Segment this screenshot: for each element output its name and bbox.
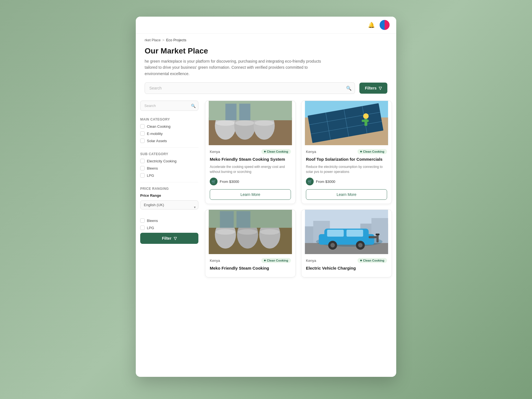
sidebar-item-emobility[interactable]: E-mobility	[140, 131, 198, 136]
main-search-icon-btn[interactable]: 🔍	[346, 86, 352, 91]
product-meta-2: Kenya Clean Cooking	[306, 149, 387, 154]
svg-rect-50	[376, 234, 380, 235]
product-country-2: Kenya	[306, 150, 316, 154]
search-filter-row: 🔍 Filters ▽	[136, 82, 396, 101]
svg-rect-48	[369, 236, 377, 238]
notification-bell-icon[interactable]: 🔔	[366, 20, 376, 30]
filter-funnel-icon: ▽	[379, 86, 382, 90]
filters-label: Filters	[365, 86, 377, 90]
sidebar-item-price-bleens[interactable]: Bleens	[140, 218, 198, 223]
solar-assets-checkbox[interactable]	[140, 139, 145, 143]
svg-point-29	[260, 229, 280, 235]
solar-assets-label: Solar Assets	[147, 139, 167, 143]
price-bleens-checkbox[interactable]	[140, 218, 145, 223]
product-price-row-2: 🛒 From $3000	[306, 178, 387, 185]
product-country-3: Kenya	[210, 259, 220, 263]
sidebar-item-electricity-cooking[interactable]: Electricity Cooking	[140, 159, 198, 163]
svg-rect-43	[347, 230, 363, 237]
product-title-2: Roof Top Solarization for Commercials	[306, 156, 387, 162]
bleens-label: Bleens	[147, 166, 158, 170]
filter-btn-label: Filter	[162, 236, 171, 241]
learn-more-btn-1[interactable]: Learn More	[210, 189, 291, 200]
main-search-input[interactable]	[145, 82, 355, 94]
product-info-4: Kenya Clean Cooking Electric Vehicle Cha…	[301, 254, 392, 277]
product-description-2: Reduce the electricity consumption by co…	[306, 164, 387, 174]
sidebar-item-lpg[interactable]: LPG	[140, 173, 198, 178]
product-badge-2: Clean Cooking	[357, 149, 387, 154]
svg-rect-32	[237, 211, 250, 228]
sidebar-filter-button[interactable]: Filter ▽	[140, 233, 198, 244]
badge-label-2: Clean Cooking	[363, 150, 384, 153]
breadcrumb-parent[interactable]: rket Place	[145, 38, 161, 42]
product-image-1	[205, 101, 295, 145]
svg-point-47	[358, 243, 363, 247]
lpg-checkbox[interactable]	[140, 173, 145, 178]
emobility-label: E-mobility	[147, 132, 163, 136]
product-info-2: Kenya Clean Cooking Roof Top Solarizatio…	[301, 145, 392, 204]
price-range-label: Price Range	[140, 193, 198, 198]
emobility-checkbox[interactable]	[140, 131, 145, 136]
product-card-4: Kenya Clean Cooking Electric Vehicle Cha…	[301, 209, 392, 277]
badge-label-3: Clean Cooking	[267, 259, 288, 262]
price-text-1: From $3000	[220, 180, 239, 184]
product-badge-3: Clean Cooking	[261, 258, 291, 263]
product-image-4	[301, 210, 392, 254]
electricity-cooking-label: Electricity Cooking	[147, 159, 177, 163]
badge-dot-2	[360, 151, 362, 152]
sidebar-search-wrapper: 🔍	[140, 101, 198, 111]
sidebar-item-clean-cooking[interactable]: Clean Cooking	[140, 124, 198, 129]
price-lpg-checkbox[interactable]	[140, 226, 145, 230]
svg-rect-31	[220, 211, 234, 228]
sidebar-item-bleens[interactable]: Bleens	[140, 166, 198, 170]
lpg-label: LPG	[147, 173, 154, 178]
badge-label-4: Clean Cooking	[363, 259, 384, 262]
filters-button[interactable]: Filters ▽	[359, 83, 387, 94]
svg-rect-49	[377, 234, 379, 242]
product-badge-1: Clean Cooking	[261, 149, 291, 154]
price-icon-2: 🛒	[306, 178, 314, 185]
product-card-2: Kenya Clean Cooking Roof Top Solarizatio…	[301, 101, 392, 204]
product-description-1: Accelerate the cooking speed with energy…	[210, 164, 291, 174]
product-card-3: Kenya Clean Cooking Meko Friendly Steam …	[205, 209, 296, 277]
product-info-1: Kenya Clean Cooking Meko Friendly Steam …	[205, 145, 295, 204]
page-description: he green markteplace is your platform fo…	[136, 57, 335, 82]
svg-point-19	[363, 113, 369, 119]
sidebar-divider-2	[140, 182, 198, 182]
sidebar: 🔍 Main Category Clean Cooking E-mobility…	[140, 101, 198, 277]
electricity-cooking-checkbox[interactable]	[140, 159, 145, 163]
breadcrumb-separator: >	[162, 38, 165, 42]
filter-btn-icon: ▽	[174, 236, 177, 241]
svg-point-27	[238, 229, 257, 235]
product-price-row-1: 🛒 From $3000	[210, 178, 291, 185]
user-avatar[interactable]	[380, 20, 390, 30]
currency-select[interactable]: English (UK) USD EUR KES	[140, 200, 198, 209]
product-country-1: Kenya	[210, 150, 220, 154]
clean-cooking-checkbox[interactable]	[140, 124, 145, 129]
price-text-2: From $3000	[316, 180, 335, 184]
product-meta-3: Kenya Clean Cooking	[210, 258, 291, 263]
price-ranging-title: Price Ranging	[140, 187, 198, 191]
product-image-2	[301, 101, 392, 145]
product-grid: Kenya Clean Cooking Meko Friendly Steam …	[205, 101, 392, 277]
clean-cooking-label: Clean Cooking	[147, 124, 170, 129]
badge-label-1: Clean Cooking	[267, 150, 288, 153]
svg-point-3	[216, 120, 235, 126]
breadcrumb-current: Eco Projects	[166, 38, 186, 42]
sidebar-item-solar-assets[interactable]: Solar Assets	[140, 139, 198, 143]
product-card-1: Kenya Clean Cooking Meko Friendly Steam …	[205, 101, 296, 204]
product-image-3	[205, 210, 295, 254]
page-title: Our Market Place	[136, 44, 396, 57]
sidebar-search-input[interactable]	[140, 101, 198, 111]
svg-point-7	[255, 120, 274, 126]
sidebar-item-price-lpg[interactable]: LPG	[140, 226, 198, 230]
svg-point-45	[331, 243, 335, 247]
product-meta-4: Kenya Clean Cooking	[306, 258, 387, 263]
learn-more-btn-2[interactable]: Learn More	[306, 189, 387, 200]
header: 🔔	[136, 17, 396, 34]
main-window: 🔔 rket Place > Eco Projects Our Market P…	[136, 17, 396, 377]
product-title-1: Meko Friendly Steam Cooking System	[210, 156, 291, 162]
bleens-checkbox[interactable]	[140, 166, 145, 170]
svg-rect-9	[226, 104, 237, 120]
product-country-4: Kenya	[306, 259, 316, 263]
price-icon-1: 🛒	[210, 178, 218, 185]
